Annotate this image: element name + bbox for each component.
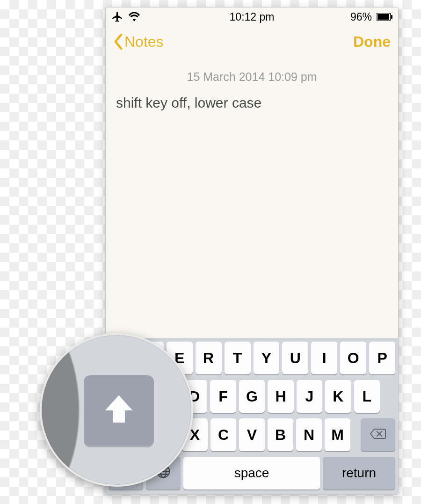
key-u[interactable]: U xyxy=(282,342,308,374)
key-j[interactable]: J xyxy=(297,380,322,413)
navigation-bar: Notes Done xyxy=(106,26,398,57)
svg-rect-1 xyxy=(377,14,389,20)
key-t[interactable]: T xyxy=(225,342,251,374)
note-editor[interactable]: 15 March 2014 10:09 pm shift key off, lo… xyxy=(106,57,398,338)
back-label: Notes xyxy=(124,33,164,51)
key-h[interactable]: H xyxy=(268,380,293,413)
zoom-edge-shadow xyxy=(40,333,79,487)
backspace-icon xyxy=(370,426,386,444)
zoom-shift-key xyxy=(84,375,154,446)
battery-icon xyxy=(377,13,392,21)
wifi-icon xyxy=(128,12,140,22)
key-k[interactable]: K xyxy=(325,380,351,413)
key-backspace[interactable] xyxy=(361,418,395,451)
key-n[interactable]: N xyxy=(296,418,322,451)
key-l[interactable]: L xyxy=(354,380,380,413)
key-y[interactable]: Y xyxy=(254,342,280,374)
airplane-mode-icon xyxy=(111,11,123,23)
key-o[interactable]: O xyxy=(340,342,366,374)
key-space[interactable]: space xyxy=(183,457,320,489)
key-f[interactable]: F xyxy=(210,380,236,413)
key-v[interactable]: V xyxy=(239,418,265,451)
note-text: shift key off, lower case xyxy=(116,95,388,111)
key-r[interactable]: R xyxy=(196,342,222,374)
key-return[interactable]: return xyxy=(323,457,395,489)
done-button[interactable]: Done xyxy=(353,33,391,51)
key-i[interactable]: I xyxy=(311,342,337,374)
back-button[interactable]: Notes xyxy=(113,33,164,51)
key-b[interactable]: B xyxy=(268,418,293,451)
key-p[interactable]: P xyxy=(369,342,395,374)
key-m[interactable]: M xyxy=(325,418,350,451)
zoom-callout xyxy=(40,333,193,487)
battery-percent: 96% xyxy=(350,11,372,23)
status-bar: 10:12 pm 96% xyxy=(106,7,398,26)
shift-icon xyxy=(101,392,137,429)
chevron-left-icon xyxy=(113,33,123,50)
note-timestamp: 15 March 2014 10:09 pm xyxy=(116,70,388,84)
svg-rect-2 xyxy=(391,15,392,19)
key-c[interactable]: C xyxy=(210,418,236,451)
key-g[interactable]: G xyxy=(239,380,265,413)
